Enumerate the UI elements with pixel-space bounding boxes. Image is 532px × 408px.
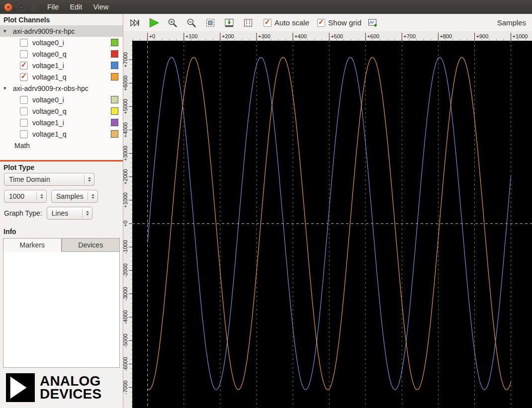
channel-checkbox[interactable] [20,73,28,81]
channel-checkbox[interactable] [20,50,28,58]
adi-logo-text: ANALOG DEVICES [40,375,101,401]
markers-button[interactable] [241,16,256,30]
channel-checkbox[interactable] [20,119,28,127]
markers-panel [3,252,120,368]
combo-arrows-icon [88,192,94,201]
graph-type-select[interactable]: Lines [47,207,92,220]
channel-row[interactable]: voltage1_q [0,128,123,140]
plot-controls: Time Domain 1000 Samples Graph Type: Lin… [0,173,123,220]
channel-color-swatch[interactable] [111,62,118,69]
sample-unit-value: Samples [56,192,83,200]
capture-plot-button[interactable] [222,16,237,30]
menu-file[interactable]: File [43,1,63,12]
zoom-out-icon [186,17,197,28]
channel-label: voltage1_i [32,119,64,127]
math-label: Math [14,142,30,150]
svg-text:+1000: +1000 [123,192,128,208]
minimize-button[interactable]: – [17,3,25,11]
menu-edit[interactable]: Edit [65,1,87,12]
channel-row[interactable]: voltage0_i [0,94,123,105]
zoom-in-button[interactable] [165,16,180,30]
plot-type-select[interactable]: Time Domain [4,173,94,186]
svg-text:+1000: +1000 [513,33,528,39]
channel-row[interactable]: voltage0_q [0,48,123,60]
svg-text:+700: +700 [403,33,416,39]
svg-text:-1000: -1000 [123,240,128,254]
plot-type-title: Plot Type [3,163,123,171]
sample-unit-select[interactable]: Samples [51,190,98,203]
auto-scale-checkbox[interactable] [264,19,271,27]
channel-color-swatch[interactable] [111,130,118,138]
x-axis-ruler[interactable]: +0+100+200+300+400+500+600+700+800+900+1… [123,31,532,41]
svg-text:+0: +0 [149,33,156,39]
skip-to-end-icon [129,17,140,28]
channel-checkbox[interactable] [20,107,28,115]
device-name: axi-adrv9009-rx-obs-hpc [13,84,89,92]
svg-text:+4000: +4000 [123,122,128,138]
zoom-fit-button[interactable] [203,16,218,30]
channel-row[interactable]: voltage0_q [0,105,123,117]
svg-text:-2000: -2000 [123,263,128,277]
tab-devices[interactable]: Devices [62,238,120,252]
svg-text:+2000: +2000 [123,169,128,184]
y-axis-ruler[interactable]: -7000-6000-5000-4000-3000-2000-1000+0+10… [123,41,132,408]
spinner-arrows-icon[interactable] [36,192,43,201]
close-button[interactable]: × [4,3,12,11]
combo-arrows-icon [82,209,89,218]
channel-row[interactable]: voltage1_i [0,60,123,71]
new-plot-button[interactable] [365,16,380,30]
channel-color-swatch[interactable] [111,50,118,58]
svg-text:-5000: -5000 [123,333,128,347]
show-grid-checkbox[interactable] [317,19,325,27]
titlebar[interactable]: × – □ File Edit View [0,0,532,14]
channel-color-swatch[interactable] [111,39,118,46]
channel-row[interactable]: voltage0_i [0,37,123,48]
adi-triangle-logo-icon [6,373,35,402]
iio-oscilloscope-window: × – □ File Edit View Plot Channels ▾ axi… [0,0,532,408]
maximize-button[interactable]: □ [30,3,38,11]
sample-count-input[interactable]: 1000 [4,190,47,203]
sample-count-value: 1000 [9,192,24,200]
channel-checkbox[interactable] [20,62,28,70]
math-row[interactable]: Math [0,140,123,151]
svg-text:-3000: -3000 [123,287,128,301]
expander-triangle-icon[interactable]: ▾ [3,85,9,91]
svg-text:+500: +500 [331,33,343,39]
channel-label: voltage1_q [32,73,67,81]
show-grid-label: Show grid [328,18,361,27]
zoom-in-icon [167,17,178,28]
channel-color-swatch[interactable] [111,107,118,115]
tab-markers[interactable]: Markers [3,238,62,252]
expander-triangle-icon[interactable]: ▾ [3,28,9,34]
channel-checkbox[interactable] [20,96,28,104]
svg-text:+600: +600 [367,33,379,39]
menu-view[interactable]: View [89,1,113,12]
channel-checkbox[interactable] [20,130,28,138]
channel-row[interactable]: voltage1_i [0,117,123,128]
play-button[interactable] [146,16,161,30]
main-area: Auto scale Show grid Samples +0+100+200+… [123,14,532,408]
play-icon [148,17,160,29]
show-grid-control: Show grid [317,18,361,27]
channel-checkbox[interactable] [20,39,28,47]
channel-label: voltage1_q [32,130,67,138]
plot-toolbar: Auto scale Show grid Samples [123,14,532,31]
channel-color-swatch[interactable] [111,96,118,103]
sidebar: Plot Channels ▾ axi-adrv9009-rx-hpc volt… [0,14,123,408]
channel-color-swatch[interactable] [111,73,118,81]
zoom-out-button[interactable] [184,16,199,30]
channel-label: voltage0_i [32,96,64,104]
auto-scale-control: Auto scale [264,18,309,27]
plot-type-value: Time Domain [9,175,50,183]
channel-color-swatch[interactable] [111,119,118,126]
svg-text:+200: +200 [222,33,234,39]
plot-channels-tree: ▾ axi-adrv9009-rx-hpc voltage0_i voltage… [0,25,123,162]
device-row-rx-hpc[interactable]: ▾ axi-adrv9009-rx-hpc [0,25,123,37]
svg-text:+900: +900 [476,33,489,39]
plot-canvas[interactable] [132,41,532,408]
graph-type-value: Lines [52,209,68,217]
channel-row[interactable]: voltage1_q [0,71,123,82]
device-row-rx-obs-hpc[interactable]: ▾ axi-adrv9009-rx-obs-hpc [0,82,123,94]
zoom-fit-icon [205,17,216,28]
skip-to-end-button[interactable] [127,16,142,30]
